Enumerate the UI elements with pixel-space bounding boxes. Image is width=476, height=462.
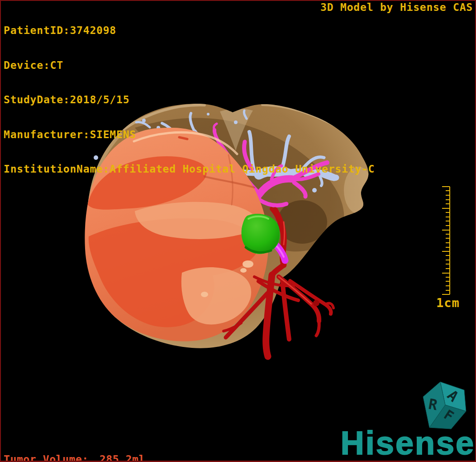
watermark: 3D Model by Hisense CAS [320,2,473,14]
patient-info-line: PatientID:3742098 [4,25,375,37]
patient-info-line: Manufacturer:SIEMENS [4,129,375,141]
viewport-3d[interactable]: 1cm R A F PatientID:3742098 Device:CT St… [0,0,476,462]
hisense-logo: Hisense [341,427,475,459]
patient-info-line: StudyDate:2018/5/15 [4,94,375,106]
scale-ruler: 1cm [436,187,460,310]
scale-label: 1cm [436,296,460,310]
tumor-volume-label: Tumor Volume: [4,453,89,462]
tumor-volume: Tumor Volume:285.2ml [4,453,145,462]
patient-info: PatientID:3742098 Device:CT StudyDate:20… [4,2,375,198]
patient-info-line: Device:CT [4,60,375,72]
orientation-cube[interactable]: R A F [423,382,466,429]
patient-info-line: InstitutionName:Affiliated Hospital Qing… [4,164,375,175]
gallbladder [242,214,280,254]
tumor-volume-value: 285.2ml [100,453,145,462]
volume-readout: Tumor Volume:285.2ml Liver Volume:547.2m… [4,429,145,462]
